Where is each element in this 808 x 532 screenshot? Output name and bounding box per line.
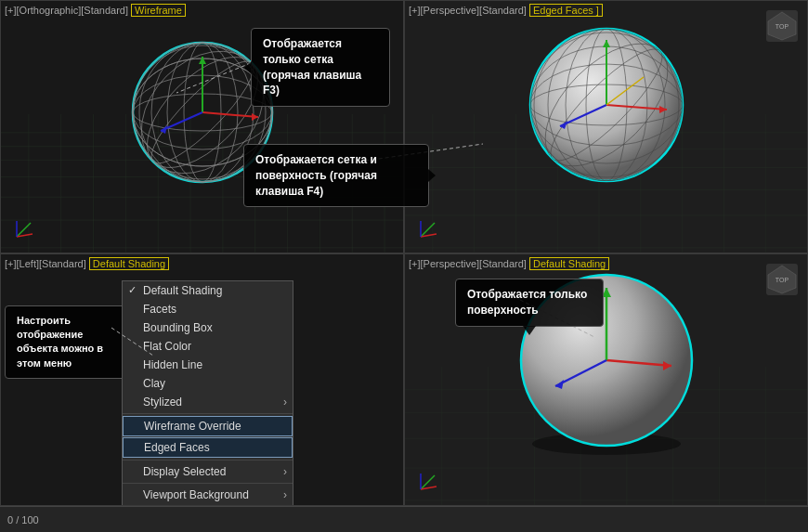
svg-marker-34 [252, 113, 258, 121]
menu-sep-2 [123, 460, 293, 461]
status-bar: 0 / 100 [0, 506, 808, 532]
edged-faces-sphere [518, 17, 695, 197]
menu-item-bounding-box[interactable]: Bounding Box [123, 318, 293, 337]
menu-item-wireframe-override[interactable]: Wireframe Override [123, 416, 293, 436]
viewport-topleft[interactable]: [+][Orthographic][Standard] Wireframe [0, 0, 404, 253]
vp-bottomright-prefix: [+][Perspective][Standard] [409, 258, 527, 269]
svg-text:TOP: TOP [775, 23, 789, 30]
menu-item-viewport-background[interactable]: Viewport Background [123, 486, 293, 504]
nav-cube-br: TOP [764, 262, 800, 297]
vp-topright-label: Edged Faces ] [529, 4, 603, 17]
solid-sphere [509, 267, 704, 466]
axis-indicator-tr [416, 214, 444, 241]
viewport-grid: [+][Orthographic][Standard] Wireframe [0, 0, 808, 506]
menu-sep-3 [123, 483, 293, 484]
menu-item-hidden-line[interactable]: Hidden Line [123, 356, 293, 374]
vp-bottomleft-prefix: [+][Left][Standard] [5, 258, 86, 269]
viewport-bottomleft[interactable]: [+][Left][Standard] Default Shading Defa… [0, 253, 404, 507]
axis-indicator-tl [12, 214, 40, 241]
context-menu: Default Shading Facets Bounding Box Flat… [122, 280, 293, 507]
svg-line-33 [202, 112, 258, 117]
svg-marker-36 [199, 57, 206, 64]
nav-cube-tr: TOP [764, 8, 800, 44]
menu-item-per-view-pref[interactable]: Per-View Preference [123, 504, 293, 507]
menu-item-stylized[interactable]: Stylized [123, 393, 293, 411]
status-progress: 0 / 100 [7, 514, 801, 526]
menu-sep-1 [123, 413, 293, 414]
viewport-bottomright[interactable]: [+][Perspective][Standard] Default Shadi… [404, 253, 808, 507]
vp-topleft-prefix: [+][Orthographic][Standard] [5, 5, 128, 16]
menu-item-flat-color[interactable]: Flat Color [123, 337, 293, 356]
vp-topright-header: [+][Perspective][Standard] Edged Faces ] [409, 4, 603, 17]
annotation-bottom-left: Настроить отображение объекта можно в эт… [5, 305, 125, 380]
menu-item-facets[interactable]: Facets [123, 300, 293, 318]
vp-bottomleft-label: Default Shading [89, 257, 169, 270]
annotation-bottomleft-text: Настроить отображение объекта можно в эт… [17, 315, 103, 369]
vp-topright-prefix: [+][Perspective][Standard] [409, 5, 527, 16]
menu-item-display-selected[interactable]: Display Selected [123, 462, 293, 481]
vp-topleft-header: [+][Orthographic][Standard] Wireframe [5, 4, 186, 17]
vp-topleft-label: Wireframe [131, 4, 186, 17]
vp-bottomright-header: [+][Perspective][Standard] Default Shadi… [409, 257, 609, 270]
vp-bottomleft-header: [+][Left][Standard] Default Shading [5, 257, 169, 270]
axis-indicator-br [416, 466, 444, 494]
wireframe-sphere-tl [124, 33, 281, 195]
menu-item-edged-faces[interactable]: Edged Faces [123, 437, 293, 458]
menu-item-clay[interactable]: Clay [123, 374, 293, 393]
vp-bottomright-label: Default Shading [529, 257, 609, 270]
svg-text:TOP: TOP [775, 277, 789, 283]
viewport-topright[interactable]: [+][Perspective][Standard] Edged Faces ] [404, 0, 808, 253]
menu-item-default-shading[interactable]: Default Shading [123, 281, 293, 300]
